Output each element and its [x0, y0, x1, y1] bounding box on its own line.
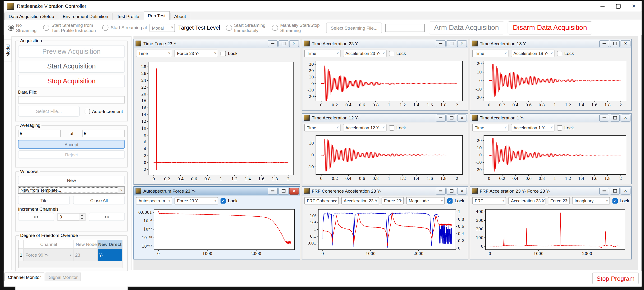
chart-titlebar[interactable]: Time Acceleration 18 Y-✕ [470, 39, 631, 48]
lock-checkbox[interactable]: Lock [221, 51, 238, 56]
radio-no-streaming[interactable]: NoStreaming [8, 22, 37, 33]
tab-signal-monitor[interactable]: Signal Monitor [46, 273, 81, 281]
preview-acquisition-button[interactable]: Preview Acquisition [18, 45, 125, 58]
lock-checkbox[interactable]: Lock [557, 125, 574, 130]
radio-manually-start-stop[interactable]: Manually Start/StopStreaming [272, 22, 320, 33]
close-button[interactable]: ✕ [626, 1, 642, 11]
chart-titlebar[interactable]: FRF Coherence Acceleration 23 Y-✕ [302, 187, 468, 195]
lock-checkbox[interactable]: ✓Lock [221, 198, 238, 204]
start-acquisition-button[interactable]: Start Acquisition [18, 60, 125, 73]
close-button[interactable]: ✕ [620, 40, 630, 47]
tab-channel-monitor[interactable]: Channel Monitor [4, 273, 44, 281]
function-combo[interactable]: Time∨ [304, 124, 340, 131]
frames-total-input[interactable] [82, 130, 125, 137]
tab-run-test[interactable]: Run Test [144, 11, 170, 20]
chart-titlebar[interactable]: Time Acceleration 23 Y-✕ [302, 39, 468, 48]
function-combo[interactable]: FRF Coherence∨ [304, 197, 339, 204]
minimize-button[interactable] [595, 1, 610, 11]
select-streaming-file-button[interactable]: Select Streaming File... [326, 22, 382, 33]
maximize-button[interactable] [446, 114, 456, 121]
increment-channels-button[interactable]: >> [89, 213, 125, 221]
response-combo[interactable]: Acceleration 23 Y-∨ [508, 197, 546, 204]
maximize-button[interactable] [610, 40, 620, 47]
function-combo[interactable]: FRF∨ [472, 197, 506, 204]
channel-combo[interactable]: Acceleration 18 Y-∨ [511, 50, 555, 57]
radio-start-streaming-immediately[interactable]: Start StreamingImmediately [226, 22, 266, 33]
tab-modal-side[interactable]: Modal [4, 39, 12, 62]
chart-titlebar[interactable]: Time Acceleration 12 Y-✕ [302, 114, 468, 122]
chart-titlebar[interactable]: Time Acceleration 1 Y-✕ [470, 114, 631, 122]
format-combo[interactable]: Imaginary∨ [572, 197, 610, 204]
frames-current-input[interactable] [18, 130, 61, 137]
lock-checkbox[interactable]: Lock [557, 51, 574, 56]
lock-checkbox[interactable]: Lock [389, 51, 406, 56]
minimize-button[interactable] [436, 114, 446, 121]
close-button[interactable]: ✕ [457, 114, 467, 121]
lock-checkbox[interactable]: Lock [389, 125, 406, 130]
channel-increment-spinner[interactable]: 0 [58, 213, 86, 220]
maximize-button[interactable] [446, 188, 456, 194]
streaming-file-input[interactable] [385, 24, 424, 32]
maximize-button[interactable] [446, 40, 456, 47]
select-file-button[interactable]: Select File... [18, 106, 80, 116]
maximize-button[interactable] [610, 1, 626, 11]
minimize-button[interactable] [599, 114, 609, 121]
new-node-cell[interactable]: 23 [74, 248, 98, 260]
close-button[interactable]: ✕ [457, 40, 467, 47]
stop-acquisition-button[interactable]: Stop Acquisition [18, 75, 125, 88]
close-button[interactable]: ✕ [289, 188, 299, 194]
close-button[interactable]: ✕ [457, 188, 467, 194]
function-combo[interactable]: Time∨ [472, 50, 508, 57]
maximize-button[interactable] [278, 188, 288, 194]
streaming-level-combo[interactable]: Modal ∨ [150, 24, 175, 32]
function-combo[interactable]: Time∨ [304, 50, 340, 57]
channel-combo[interactable]: Force 23 Y-∨ [174, 197, 218, 204]
close-button[interactable]: ✕ [289, 40, 299, 47]
tab-about[interactable]: About [170, 13, 190, 20]
new-direction-cell-selected[interactable]: Y- [98, 248, 122, 260]
decrement-channels-button[interactable]: << [18, 213, 54, 221]
channel-cell-combo[interactable]: Force 99 Y- ∨ [24, 248, 74, 260]
lock-checkbox[interactable]: ✓Lock [612, 198, 629, 204]
stop-program-button[interactable]: Stop Program [592, 273, 638, 284]
reject-button[interactable]: Reject [18, 150, 125, 159]
minimize-button[interactable] [599, 188, 609, 194]
spin-down-button[interactable] [79, 216, 85, 220]
tab-data-acquisition-setup[interactable]: Data Acquisition Setup [4, 13, 58, 20]
maximize-button[interactable] [278, 40, 288, 47]
tab-environment-definition[interactable]: Environment Definition [58, 13, 112, 20]
new-window-button[interactable]: New [18, 176, 125, 184]
data-file-input[interactable] [18, 96, 125, 103]
close-button[interactable]: ✕ [620, 114, 630, 121]
minimize-button[interactable] [436, 188, 446, 194]
chart-titlebar[interactable]: FRF Acceleration 23 Y- Force 23 Y-✕ [470, 187, 631, 195]
channel-combo[interactable]: Acceleration 12 Y-∨ [343, 124, 386, 131]
maximize-button[interactable] [610, 114, 620, 121]
col-header-new-direction[interactable]: New Direction [98, 240, 122, 248]
function-combo[interactable]: Autospectrum∨ [136, 197, 172, 204]
minimize-button[interactable] [599, 40, 609, 47]
new-from-template-combo[interactable]: New from Template... ∨ [18, 186, 125, 194]
maximize-button[interactable] [610, 188, 620, 194]
function-combo[interactable]: Time∨ [136, 50, 172, 57]
close-button[interactable]: ✕ [620, 188, 630, 194]
spin-up-button[interactable] [79, 213, 85, 216]
accept-button[interactable]: Accept [18, 140, 125, 148]
channel-combo[interactable]: Force 23 Y-∨ [174, 50, 218, 57]
function-combo[interactable]: Time∨ [472, 124, 508, 131]
radio-start-streaming-at[interactable]: Start Streaming at [102, 25, 147, 31]
radio-start-streaming-from-profile[interactable]: Start Streaming fromTest Profile Instruc… [43, 22, 96, 33]
disarm-data-acquisition-button[interactable]: Disarm Data Acquisition [508, 21, 592, 34]
close-all-button[interactable]: Close All [73, 196, 125, 204]
reference-combo[interactable]: Force 23∨ [548, 197, 570, 204]
chart-titlebar[interactable]: Time Force 23 Y-✕ [134, 39, 300, 48]
arm-data-acquisition-button[interactable]: Arm Data Acquisition [429, 21, 504, 34]
minimize-button[interactable] [436, 40, 446, 47]
response-combo[interactable]: Acceleration 23 Y-∨ [341, 197, 379, 204]
reference-combo[interactable]: Force 23∨ [382, 197, 404, 204]
format-combo[interactable]: Magnitude∨ [406, 197, 445, 204]
chart-titlebar[interactable]: Autospectrum Force 23 Y-✕ [134, 187, 300, 195]
tile-button[interactable]: Tile [18, 196, 70, 204]
minimize-button[interactable] [268, 188, 278, 194]
channel-combo[interactable]: Acceleration 23 Y-∨ [343, 50, 386, 57]
